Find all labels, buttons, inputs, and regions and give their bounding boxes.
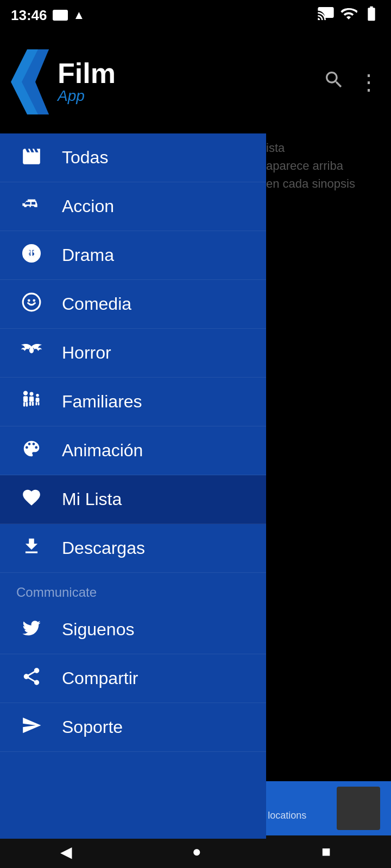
heart-icon	[16, 487, 47, 512]
sim-icon	[53, 10, 68, 21]
share-icon	[16, 666, 47, 691]
sidebar-item-descargas[interactable]: Descargas	[0, 524, 266, 573]
send-icon	[16, 715, 47, 740]
logo-app-text: App	[58, 87, 116, 105]
twitter-icon	[16, 617, 47, 642]
sidebar-item-mi-lista[interactable]: Mi Lista	[0, 475, 266, 524]
film-icon	[16, 145, 47, 170]
bg-content: ista aparece arriba en cada sinopsis	[261, 133, 391, 198]
bg-line3: en cada sinopsis	[266, 175, 386, 193]
sidebar-item-drama[interactable]: Drama	[0, 231, 266, 280]
sidebar-item-siguenos[interactable]: Siguenos	[0, 605, 266, 654]
status-bar: 13:46 ▲	[0, 0, 391, 30]
sidebar-item-comedia-label: Comedia	[62, 294, 131, 314]
sidebar-item-comedia[interactable]: Comedia	[0, 280, 266, 329]
sidebar-item-accion[interactable]: Accion	[0, 182, 266, 231]
comedy-icon	[16, 292, 47, 317]
communicate-section-header: Communicate	[0, 573, 266, 605]
svg-rect-15	[29, 401, 31, 406]
bat-icon	[16, 339, 47, 367]
svg-point-17	[36, 394, 39, 397]
wifi-icon	[340, 5, 357, 26]
svg-rect-20	[38, 402, 40, 405]
svg-rect-12	[26, 402, 28, 406]
sidebar-item-compartir-label: Compartir	[62, 668, 138, 688]
status-right	[317, 5, 380, 26]
nav-back-button[interactable]: ◀	[44, 838, 89, 866]
bg-line2: aparece arriba	[266, 157, 386, 175]
battery-icon	[363, 5, 380, 26]
sidebar-item-horror-label: Horror	[62, 343, 111, 363]
download-icon	[16, 536, 47, 561]
svg-rect-16	[32, 401, 34, 406]
notification-icon: ▲	[73, 8, 85, 22]
svg-point-7	[33, 299, 35, 302]
sidebar-item-siguenos-label: Siguenos	[62, 620, 134, 640]
paint-icon	[16, 438, 47, 463]
logo-film-text: Film	[58, 59, 116, 87]
sidebar-item-horror[interactable]: Horror	[0, 329, 266, 378]
bg-line1: ista	[266, 139, 386, 157]
cast-icon	[317, 5, 335, 26]
svg-point-4	[33, 250, 35, 253]
svg-point-3	[28, 250, 30, 253]
svg-rect-18	[36, 397, 40, 401]
status-time: 13:46	[11, 7, 47, 24]
logo-area: Film App	[11, 49, 116, 114]
svg-rect-10	[23, 396, 28, 402]
svg-rect-11	[23, 402, 25, 406]
logo-text: Film App	[58, 59, 116, 105]
family-icon	[16, 388, 47, 416]
nav-home-button[interactable]: ●	[176, 838, 218, 866]
svg-point-9	[23, 391, 28, 395]
sidebar-item-familiares[interactable]: Familiares	[0, 378, 266, 426]
svg-point-5	[23, 293, 40, 311]
svg-point-8	[29, 347, 34, 353]
top-icons: ⋮	[323, 69, 380, 95]
status-left: 13:46 ▲	[11, 7, 85, 24]
nav-recent-button[interactable]: ■	[305, 838, 347, 866]
search-button[interactable]	[323, 69, 345, 95]
more-options-button[interactable]: ⋮	[358, 69, 380, 94]
drawer-menu: Todas Accion Drama	[0, 133, 266, 839]
sidebar-item-animacion[interactable]: Animación	[0, 426, 266, 475]
svg-point-6	[28, 299, 30, 302]
sidebar-item-mi-lista-label: Mi Lista	[62, 489, 122, 509]
sidebar-item-todas-label: Todas	[62, 148, 108, 168]
sidebar-item-descargas-label: Descargas	[62, 538, 145, 558]
svg-rect-14	[29, 396, 34, 401]
sidebar-item-soporte-label: Soporte	[62, 717, 123, 737]
logo-chevron	[11, 49, 54, 114]
ad-thumbnail	[337, 787, 380, 830]
sidebar-item-soporte[interactable]: Soporte	[0, 703, 266, 752]
sidebar-item-compartir[interactable]: Compartir	[0, 654, 266, 703]
svg-rect-19	[36, 402, 37, 405]
drama-icon	[16, 243, 47, 268]
sidebar-item-todas[interactable]: Todas	[0, 133, 266, 182]
sidebar-item-accion-label: Accion	[62, 196, 114, 216]
sidebar-item-familiares-label: Familiares	[62, 392, 142, 412]
svg-point-13	[30, 392, 34, 395]
sidebar-item-animacion-label: Animación	[62, 441, 143, 461]
nav-bar: ◀ ● ■	[0, 835, 391, 868]
top-bar: Film App ⋮	[0, 30, 391, 133]
gun-icon	[16, 194, 47, 219]
sidebar-item-drama-label: Drama	[62, 245, 114, 265]
